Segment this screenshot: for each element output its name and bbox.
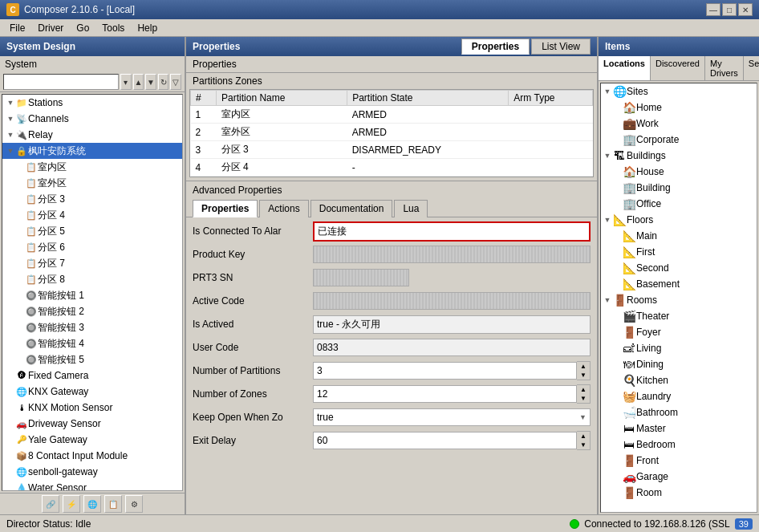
tree-item-channels[interactable]: ▼ 📡 Channels — [2, 111, 182, 127]
spin-up-exit-btn[interactable]: ▲ — [577, 432, 590, 441]
minimize-button[interactable]: — — [706, 3, 720, 16]
items-tree-house[interactable]: 🏠 House — [601, 164, 757, 180]
prop-tabs[interactable]: Properties Actions Documentation Lua — [186, 199, 597, 217]
prop-tab-actions[interactable]: Actions — [259, 200, 308, 217]
tree-item-zone2[interactable]: 📋 室外区 — [2, 175, 182, 191]
tree-item-zone4[interactable]: 📋 分区 4 — [2, 207, 182, 223]
menu-go[interactable]: Go — [70, 21, 95, 35]
tree-item-btn2[interactable]: 🔘 智能按钮 2 — [2, 303, 182, 319]
prop-value-user-code[interactable]: 0833 — [313, 339, 591, 356]
prop-value-prt3-sn[interactable] — [313, 269, 409, 286]
spinbox-btns[interactable]: ▲ ▼ — [577, 361, 591, 380]
table-row[interactable]: 4 分区 4 - — [191, 159, 593, 177]
items-tree-basement[interactable]: 📐 Basement — [601, 276, 757, 292]
prop-value-connected[interactable]: 已连接 — [313, 221, 591, 242]
maximize-button[interactable]: □ — [722, 3, 737, 16]
spinbox-btns-zones[interactable]: ▲ ▼ — [577, 384, 591, 404]
tab-list-view[interactable]: List View — [531, 39, 591, 55]
tree-item-btn3[interactable]: 🔘 智能按钮 3 — [2, 319, 182, 335]
items-tree-main[interactable]: 📐 Main — [601, 228, 757, 244]
tree-item-driveway[interactable]: 🚗 Driveway Sensor — [2, 416, 182, 432]
items-tree-room[interactable]: 🚪 Room — [601, 485, 757, 501]
tree-item-zone8[interactable]: 📋 分区 8 — [2, 271, 182, 287]
tree-item-yale[interactable]: 🔑 Yale Gateway — [2, 432, 182, 448]
header-tabs[interactable]: Properties List View — [461, 39, 591, 55]
prop-value-keep-open[interactable]: true ▼ — [313, 408, 591, 426]
tree-item-camera[interactable]: 🅐 Fixed Camera — [2, 368, 182, 384]
items-tree-bathroom[interactable]: 🛁 Bathroom — [601, 404, 757, 420]
num-zones-spinbox[interactable]: 12 ▲ ▼ — [313, 384, 591, 404]
items-tree-corporate[interactable]: 🏢 Corporate — [601, 132, 757, 148]
exit-delay-input[interactable] — [313, 432, 577, 449]
spin-down-zones-btn[interactable]: ▼ — [577, 394, 590, 403]
items-tree-sites[interactable]: ▼ 🌐 Sites — [601, 83, 757, 99]
num-zones-input[interactable]: 12 — [313, 385, 577, 403]
tree-item-stations[interactable]: ▼ 📁 Stations — [2, 95, 182, 111]
items-tabs[interactable]: Locations Discovered My Drivers Search — [599, 56, 759, 81]
spin-up-btn[interactable]: ▲ — [577, 362, 590, 371]
bottom-btn4[interactable]: 📋 — [104, 495, 122, 513]
table-row[interactable]: 3 分区 3 DISARMED_READY — [191, 141, 593, 159]
items-tree-office[interactable]: 🏢 Office — [601, 196, 757, 212]
tab-discovered[interactable]: Discovered — [651, 56, 705, 80]
tab-locations[interactable]: Locations — [599, 56, 651, 80]
system-tree[interactable]: ▼ 📁 Stations ▼ 📡 Channels ▼ 🔌 Relay ▼ 🔒 … — [2, 94, 183, 491]
tree-item-knx-motion[interactable]: 🌡 KNX Motion Sensor — [2, 400, 182, 416]
items-tree-master[interactable]: 🛏 Master — [601, 420, 757, 437]
filter-button[interactable]: ▽ — [170, 74, 181, 90]
table-row[interactable]: 2 室外区 ARMED — [191, 124, 593, 141]
spinbox-btns-exit[interactable]: ▲ ▼ — [577, 431, 591, 450]
refresh-button[interactable]: ↻ — [158, 74, 169, 90]
tab-search[interactable]: Search — [744, 56, 759, 80]
items-tree-floors[interactable]: ▼ 📐 Floors — [601, 212, 757, 228]
bottom-btn3[interactable]: 🌐 — [83, 495, 101, 513]
items-tree-bedroom[interactable]: 🛏 Bedroom — [601, 437, 757, 453]
prop-tab-properties[interactable]: Properties — [193, 200, 258, 217]
bottom-btn5[interactable]: ⚙ — [125, 495, 143, 513]
items-tree-work[interactable]: 💼 Work — [601, 116, 757, 132]
items-tree-second[interactable]: 📐 Second — [601, 260, 757, 276]
prop-tab-lua[interactable]: Lua — [394, 200, 428, 217]
tree-item-security[interactable]: ▼ 🔒 枫叶安防系统 — [2, 143, 182, 159]
up-button[interactable]: ▲ — [133, 74, 144, 90]
items-tree-front[interactable]: 🚪 Front — [601, 453, 757, 469]
tree-item-8contact[interactable]: 📦 8 Contact Input Module — [2, 448, 182, 464]
bottom-btn2[interactable]: ⚡ — [63, 495, 80, 513]
items-tree-living[interactable]: 🛋 Living — [601, 340, 757, 356]
items-tree-theater[interactable]: 🎬 Theater — [601, 308, 757, 324]
table-row[interactable]: 1 室内区 ARMED — [191, 106, 593, 124]
tree-item-btn5[interactable]: 🔘 智能按钮 5 — [2, 351, 182, 368]
items-tree-first[interactable]: 📐 First — [601, 244, 757, 260]
spin-up-zones-btn[interactable]: ▲ — [577, 385, 590, 394]
items-tree[interactable]: ▼ 🌐 Sites 🏠 Home 💼 Work 🏢 Corporate — [600, 83, 757, 513]
menu-driver[interactable]: Driver — [31, 21, 70, 35]
close-button[interactable]: ✕ — [738, 3, 753, 16]
tab-properties[interactable]: Properties — [461, 39, 530, 55]
tree-item-zone3[interactable]: 📋 分区 3 — [2, 191, 182, 207]
items-tree-kitchen[interactable]: 🍳 Kitchen — [601, 372, 757, 388]
items-tree-building[interactable]: 🏢 Building — [601, 180, 757, 196]
bottom-btn1[interactable]: 🔗 — [42, 495, 59, 513]
prop-value-active-code[interactable] — [313, 292, 591, 310]
tree-item-btn4[interactable]: 🔘 智能按钮 4 — [2, 335, 182, 351]
tab-my-drivers[interactable]: My Drivers — [705, 56, 744, 80]
num-partitions-spinbox[interactable]: 3 ▲ ▼ — [313, 361, 591, 380]
tree-item-zone5[interactable]: 📋 分区 5 — [2, 223, 182, 239]
tree-item-zone6[interactable]: 📋 分区 6 — [2, 239, 182, 255]
search-input[interactable] — [3, 74, 119, 90]
exit-delay-spinbox[interactable]: ▲ ▼ — [313, 431, 591, 450]
prop-value-product-key[interactable] — [313, 246, 591, 263]
down-button[interactable]: ▼ — [145, 74, 156, 90]
dropdown-button[interactable]: ▾ — [120, 74, 132, 90]
prop-tab-docs[interactable]: Documentation — [310, 200, 393, 217]
tree-item-water[interactable]: 💧 Water Sensor — [2, 480, 182, 491]
items-tree-garage[interactable]: 🚗 Garage — [601, 469, 757, 485]
tree-item-zone7[interactable]: 📋 分区 7 — [2, 255, 182, 271]
items-tree-dining[interactable]: 🍽 Dining — [601, 356, 757, 372]
menu-help[interactable]: Help — [131, 21, 164, 35]
num-partitions-input[interactable]: 3 — [313, 362, 577, 380]
items-tree-laundry[interactable]: 🧺 Laundry — [601, 388, 757, 404]
items-tree-foyer[interactable]: 🚪 Foyer — [601, 324, 757, 340]
items-tree-rooms[interactable]: ▼ 🚪 Rooms — [601, 292, 757, 308]
tree-item-senboll[interactable]: 🌐 senboll-gateway — [2, 464, 182, 480]
